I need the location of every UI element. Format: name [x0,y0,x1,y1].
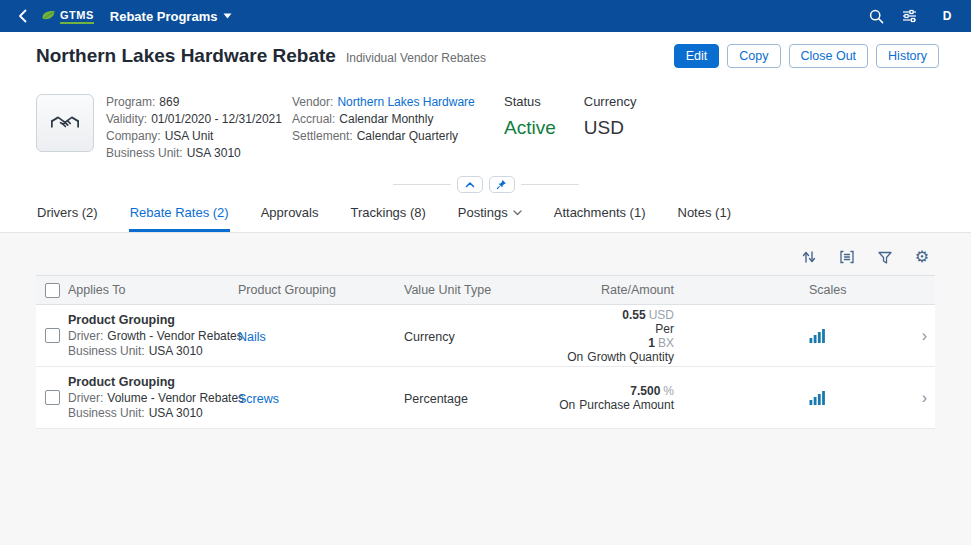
shell-bar: GTMS Rebate Programs D [0,0,971,32]
header-collapse-row [0,172,971,196]
gear-icon: ⚙ [915,249,929,265]
edit-button[interactable]: Edit [674,44,720,68]
scales-button[interactable] [809,390,826,405]
vendor-label: Vendor: [292,95,333,109]
business-unit-label: Business Unit: [106,146,183,160]
row-checkbox[interactable] [45,328,60,343]
currency-fact: Currency USD [584,94,637,139]
currency-value: USD [584,117,637,139]
shell-page-title: Rebate Programs [110,9,218,24]
business-unit-value: USA 3010 [149,406,203,420]
company-value: USA Unit [165,129,214,143]
gtms-logo[interactable]: GTMS [41,9,94,24]
tab-rebate-rates[interactable]: Rebate Rates (2) [129,196,230,232]
page-subtitle: Individual Vendor Rebates [346,51,486,65]
logo-leaf-icon [41,9,56,23]
search-button[interactable] [869,9,884,24]
logo-text: GTMS [60,9,94,24]
object-header-title-row: Northern Lakes Hardware Rebate Individua… [0,32,971,76]
close-out-button[interactable]: Close Out [789,44,869,68]
bar-chart-icon [809,328,826,343]
column-header-applies-to: Applies To [68,283,238,297]
validity-label: Validity: [106,112,147,126]
group-icon [839,249,855,265]
rebate-rates-table: Applies To Product Grouping Value Unit T… [36,275,935,429]
program-value: 869 [159,95,179,109]
sort-icon [801,249,817,265]
table-settings-button[interactable]: ⚙ [915,249,929,265]
bar-chart-icon [809,390,826,405]
column-header-scales: Scales [809,283,899,297]
pin-header-button[interactable] [489,176,515,193]
accrual-label: Accrual: [292,112,335,126]
group-button[interactable] [839,249,855,265]
page-title: Northern Lakes Hardware Rebate [36,45,336,67]
rate-amount-cell: 7.500% OnPurchase Amount [544,384,674,412]
sliders-icon [902,9,917,23]
shell-settings-button[interactable] [902,9,917,23]
vendor-facts: Vendor:Northern Lakes Hardware Accrual:C… [292,94,478,145]
history-button[interactable]: History [876,44,939,68]
rebate-program-page: GTMS Rebate Programs D Northern Lakes Ha… [0,0,971,545]
rebate-rates-section: ⚙ Applies To Product Grouping Value Unit… [0,233,971,429]
driver-value: Volume - Vendor Rebates [107,391,244,405]
currency-label: Currency [584,94,637,109]
avatar[interactable]: D [935,4,959,28]
chevron-left-icon [18,9,27,23]
validity-value: 01/01/2020 - 12/31/2021 [151,112,282,126]
product-grouping-link[interactable]: Nails [238,330,266,344]
status-label: Status [504,94,556,109]
header-actions: Edit Copy Close Out History [674,44,939,68]
collapse-rule-right [521,184,579,185]
tab-attachments[interactable]: Attachments (1) [553,196,647,232]
vendor-link[interactable]: Northern Lakes Hardware [337,95,474,109]
copy-button[interactable]: Copy [727,44,780,68]
tab-drivers[interactable]: Drivers (2) [36,196,99,232]
driver-value: Growth - Vendor Rebates [107,329,242,343]
collapse-header-button[interactable] [457,176,483,193]
product-grouping-link[interactable]: Screws [238,392,279,406]
column-header-product-grouping: Product Grouping [238,283,404,297]
program-label: Program: [106,95,155,109]
settlement-label: Settlement: [292,129,353,143]
handshake-icon [50,110,80,136]
applies-to-title: Product Grouping [68,375,232,389]
sort-button[interactable] [801,249,817,265]
status-badge: Active [504,117,556,139]
status-fact: Status Active [504,94,556,139]
select-all-checkbox[interactable] [45,283,60,298]
page-title-menu[interactable]: Rebate Programs [110,9,233,24]
shell-actions: D [869,4,959,28]
business-unit-value: USA 3010 [149,344,203,358]
company-label: Company: [106,129,161,143]
table-header-row: Applies To Product Grouping Value Unit T… [36,275,935,305]
tab-notes[interactable]: Notes (1) [677,196,732,232]
object-header-content: Program:869 Validity:01/01/2020 - 12/31/… [0,76,971,172]
table-toolbar: ⚙ [36,233,935,275]
column-header-value-unit-type: Value Unit Type [404,283,544,297]
program-icon-tile [36,94,94,152]
value-unit-type: Percentage [404,392,468,406]
back-button[interactable] [12,9,33,23]
search-icon [869,9,884,24]
business-unit-value: USA 3010 [187,146,241,160]
accrual-value: Calendar Monthly [339,112,433,126]
pin-icon [496,179,507,190]
value-unit-type: Currency [404,330,455,344]
row-chevron-icon[interactable]: › [922,327,927,344]
table-row[interactable]: Product Grouping Driver:Growth - Vendor … [36,305,935,367]
tab-approvals[interactable]: Approvals [260,196,320,232]
filter-button[interactable] [877,250,893,265]
tab-postings[interactable]: Postings [457,196,523,232]
row-checkbox[interactable] [45,390,60,405]
table-row[interactable]: Product Grouping Driver:Volume - Vendor … [36,367,935,429]
column-header-rate-amount: Rate/Amount [544,283,674,297]
applies-to-title: Product Grouping [68,313,232,327]
rate-amount-cell: 0.55USD Per 1BX OnGrowth Quantity [544,308,674,364]
scales-button[interactable] [809,328,826,343]
row-chevron-icon[interactable]: › [922,389,927,406]
collapse-rule-left [393,184,451,185]
chevron-up-icon [465,181,475,188]
general-facts: Program:869 Validity:01/01/2020 - 12/31/… [106,94,286,162]
tab-trackings[interactable]: Trackings (8) [349,196,426,232]
